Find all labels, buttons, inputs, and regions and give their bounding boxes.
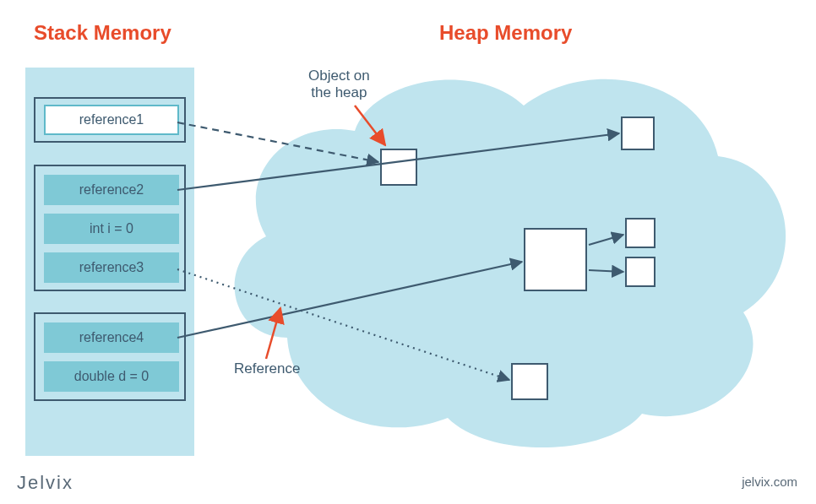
slot-double-d: double d = 0	[44, 361, 179, 392]
stack-frame-1: reference1	[34, 97, 186, 143]
svg-line-4	[589, 235, 623, 245]
annotation-object-on-heap: Object on the heap	[308, 68, 370, 102]
svg-line-0	[177, 122, 378, 162]
footer-url: jelvix.com	[742, 474, 797, 489]
slot-reference4: reference4	[44, 322, 179, 353]
stack-memory-container: reference1 reference2 int i = 0 referenc…	[25, 68, 194, 456]
heap-object-6	[511, 363, 548, 400]
heap-title: Heap Memory	[439, 21, 572, 45]
slot-reference2: reference2	[44, 175, 179, 205]
svg-line-3	[177, 262, 522, 338]
svg-line-6	[355, 106, 385, 145]
heap-object-2	[621, 117, 655, 150]
slot-reference3: reference3	[44, 252, 179, 283]
svg-line-7	[266, 308, 280, 359]
heap-object-3	[524, 228, 587, 291]
annotation-reference: Reference	[234, 360, 300, 377]
svg-line-2	[177, 269, 509, 380]
slot-reference1: reference1	[44, 105, 179, 135]
slot-int-i: int i = 0	[44, 214, 179, 244]
footer-brand: Jelvix	[17, 472, 73, 494]
heap-object-4	[625, 218, 656, 248]
stack-frame-3: reference4 double d = 0	[34, 312, 186, 401]
stack-frame-2: reference2 int i = 0 reference3	[34, 165, 186, 291]
heap-object-1	[380, 149, 417, 186]
svg-line-5	[589, 270, 623, 272]
stack-title: Stack Memory	[34, 21, 171, 45]
heap-object-5	[625, 257, 656, 287]
